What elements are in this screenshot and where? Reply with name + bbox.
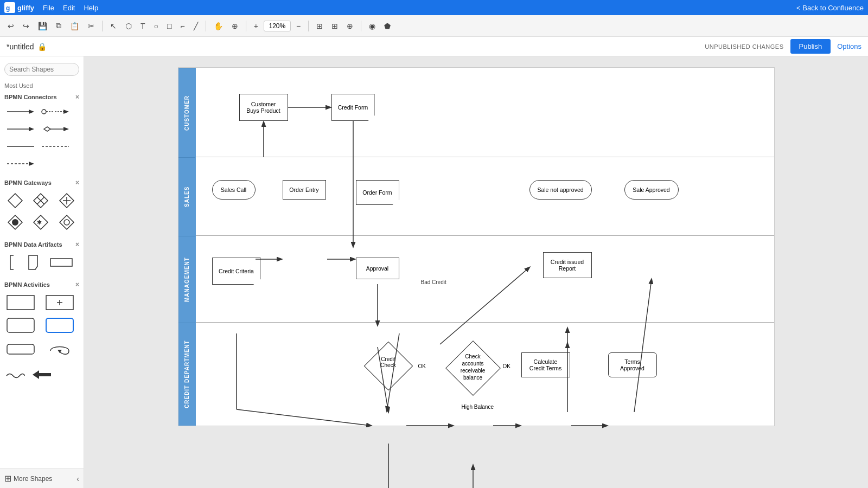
svg-marker-28 (60, 215, 74, 229)
grid-button[interactable]: ⊞ (328, 20, 341, 33)
toolbar: ↩ ↪ 💾 ⧉ 📋 ✂ ↖ ⬡ T ○ □ ⌐ ╱ ✋ ⊕ + 120% − ⊞… (0, 15, 868, 37)
lane-management: Credit Criteria Approval Bad Credit Cred… (196, 236, 774, 323)
lasso-tool[interactable]: ⬡ (122, 20, 135, 33)
lock-icon: 🔒 (37, 42, 47, 51)
main-area: Most Used BPMN Connectors × (0, 56, 868, 488)
circle-tool[interactable]: ○ (151, 20, 162, 33)
svg-rect-39 (7, 318, 34, 332)
logo-icon: g (4, 2, 15, 13)
menu-bar: g gliffy File Edit Help < Back to Conflu… (0, 0, 868, 15)
svg-marker-3 (29, 110, 34, 114)
loop-shape[interactable] (43, 338, 76, 358)
rect-tool[interactable]: □ (164, 20, 175, 33)
zoom-in-button[interactable]: + (251, 20, 261, 33)
task-plus-shape[interactable] (43, 293, 76, 312)
approval-shape[interactable]: Approval (356, 258, 399, 279)
back-arrow-shape[interactable] (30, 367, 52, 383)
zoom-level[interactable]: 120% (264, 21, 291, 31)
wide-rect-shape[interactable] (48, 253, 75, 272)
toolbar-separator-2 (206, 21, 206, 31)
menu-edit[interactable]: Edit (63, 4, 75, 12)
credit-issued-report-shape[interactable]: Credit issuedReport (543, 252, 592, 278)
rounded-task-shape[interactable] (4, 316, 37, 335)
publish-button[interactable]: Publish (790, 39, 831, 54)
bracket-shape[interactable] (4, 253, 21, 272)
selected-task-shape[interactable] (43, 316, 76, 335)
bpmn-data-artifacts-close[interactable]: × (75, 241, 79, 248)
bpmn-gateways-close[interactable]: × (75, 179, 79, 187)
more-shapes-bar[interactable]: ⊞ More Shapes ‹ (0, 468, 84, 488)
bpmn-activities-close[interactable]: × (75, 281, 79, 288)
wave-shape[interactable] (4, 367, 26, 383)
solid-arrow2-shape[interactable] (4, 121, 37, 137)
copy-button[interactable]: ⧉ (53, 19, 65, 33)
save-button[interactable]: 💾 (35, 20, 50, 33)
pointer-tool[interactable]: ↖ (107, 20, 120, 33)
sales-call-shape[interactable]: Sales Call (212, 180, 256, 200)
cut-button[interactable]: ✂ (85, 20, 98, 33)
credit-check-label: CreditCheck (367, 356, 410, 368)
order-entry-shape[interactable]: Order Entry (283, 180, 326, 200)
more-shapes-plus-icon: ⊞ (4, 473, 11, 484)
diamond-arrow-shape[interactable] (39, 121, 72, 137)
credit-form-shape[interactable]: Credit Form (331, 94, 375, 121)
svg-marker-17 (8, 194, 22, 208)
bpmn-gateways-label: BPMN Gateways (4, 179, 52, 186)
filled-circle-diamond-shape[interactable] (4, 213, 26, 232)
undo-button[interactable]: ↩ (4, 20, 17, 33)
svg-point-25 (12, 219, 18, 226)
options-button[interactable]: Options (837, 42, 861, 50)
line-shape[interactable] (4, 139, 37, 154)
star-diamond-shape[interactable]: ✱ (30, 213, 52, 232)
back-to-confluence[interactable]: < Back to Confluence (796, 4, 864, 12)
order-form-shape[interactable]: Order Form (356, 180, 399, 205)
solid-arrow-shape[interactable] (4, 104, 37, 119)
text-tool[interactable]: T (137, 20, 149, 33)
lane-sales: Sales Call Order Entry Order Form Sale n… (196, 157, 774, 236)
x-diamond-shape[interactable] (30, 191, 52, 210)
lane-label-customer: CUSTOMER (178, 68, 195, 157)
dashed-circle-arrow-shape[interactable] (39, 104, 72, 119)
bpmn-data-artifacts-section: BPMN Data Artifacts × (0, 239, 84, 274)
fit-button[interactable]: ⊞ (313, 20, 326, 33)
svg-marker-16 (29, 162, 34, 166)
empty-diamond-shape[interactable] (4, 191, 26, 210)
customer-buys-product-shape[interactable]: CustomerBuys Product (239, 94, 288, 121)
bpmn-connectors-close[interactable]: × (75, 93, 79, 101)
check-accounts-label: Checkaccountsreceivablebalance (450, 353, 496, 381)
dashed-line-shape[interactable] (39, 139, 72, 154)
redo-button[interactable]: ↪ (20, 20, 33, 33)
plus-diamond-shape[interactable] (56, 191, 78, 210)
shapes-button[interactable]: ⬟ (381, 20, 394, 33)
toolbar-separator-4 (308, 21, 309, 31)
task-rect-shape[interactable] (4, 293, 37, 312)
hand-tool[interactable]: ✋ (210, 20, 226, 33)
menu-file[interactable]: File (43, 4, 54, 12)
arrow-tool[interactable]: ╱ (190, 20, 201, 33)
calculate-credit-terms-shape[interactable]: CalculateCredit Terms (521, 352, 570, 377)
paste-button[interactable]: 📋 (67, 20, 82, 33)
title-actions: UNPUBLISHED CHANGES Publish Options (705, 39, 861, 54)
connector-row-2 (0, 120, 84, 138)
zoom-out-button[interactable]: − (293, 20, 304, 33)
doc-shape[interactable] (25, 253, 43, 272)
sale-approved-shape[interactable]: Sale Approved (624, 180, 679, 200)
sale-not-approved-shape[interactable]: Sale not approved (529, 180, 592, 200)
menu-help[interactable]: Help (84, 4, 98, 12)
credit-criteria-shape[interactable]: Credit Criteria (212, 258, 261, 285)
circle-diamond-shape[interactable] (56, 213, 78, 232)
move-tool[interactable]: ⊕ (228, 20, 241, 33)
terms-approved-shape[interactable]: TermsApproved (608, 352, 657, 377)
sidebar-collapse-button[interactable]: ‹ (76, 474, 79, 483)
connector-tool[interactable]: ⌐ (177, 20, 188, 33)
app-logo[interactable]: g gliffy (4, 2, 34, 13)
lane-label-credit-department: CREDIT DEPARTMENT (178, 323, 195, 426)
layers-button[interactable]: ◉ (366, 20, 379, 33)
search-input[interactable] (4, 63, 79, 76)
add-button[interactable]: ⊕ (343, 20, 356, 33)
bpmn-connectors-header: BPMN Connectors × (0, 91, 84, 103)
dashed-arrow-shape[interactable] (4, 156, 37, 171)
canvas[interactable]: CUSTOMER SALES MANAGEMENT CREDIT DEPARTM… (84, 56, 868, 488)
rounded-simple-shape[interactable] (4, 338, 37, 358)
title-text[interactable]: *untitled (7, 42, 34, 51)
